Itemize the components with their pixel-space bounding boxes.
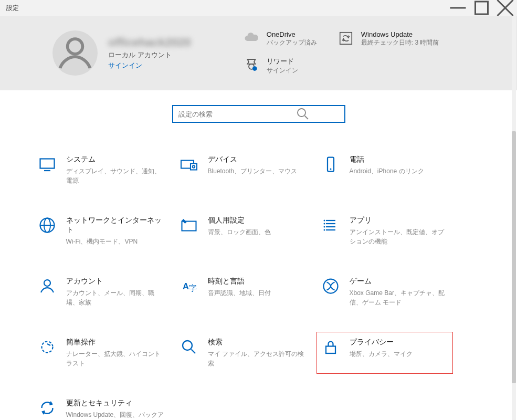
svg-point-8 — [298, 109, 305, 117]
svg-rect-20 — [182, 222, 196, 231]
category-system[interactable]: システム ディスプレイ、サウンド、通知、電源 — [33, 149, 170, 191]
search-input[interactable] — [178, 110, 267, 118]
minimize-icon — [446, 0, 470, 16]
category-time-language[interactable]: A字 時刻と言語 音声認識、地域、日付 — [175, 271, 311, 313]
refresh-icon — [38, 398, 57, 417]
xbox-icon — [321, 277, 340, 296]
apps-icon — [321, 216, 340, 235]
phone-icon — [321, 155, 340, 174]
rewards-title: リワード — [267, 57, 298, 66]
category-ease-of-access[interactable]: 簡単操作 ナレーター、拡大鏡、ハイコントラスト — [33, 332, 170, 374]
update-sec-sub: Windows Update、回復、バックアップ — [66, 410, 165, 420]
apps-title: アプリ — [350, 216, 448, 225]
maximize-button[interactable] — [470, 0, 493, 16]
accounts-sub: アカウント、メール、同期、職場、家族 — [66, 288, 165, 307]
ease-sub: ナレーター、拡大鏡、ハイコントラスト — [66, 349, 165, 368]
search-cat-title: 検索 — [208, 338, 307, 347]
monitor-icon — [38, 155, 57, 174]
update-title: Windows Update — [361, 30, 439, 38]
maximize-icon — [470, 0, 493, 16]
svg-rect-1 — [476, 2, 488, 14]
avatar — [52, 30, 98, 76]
sync-icon — [338, 30, 354, 46]
user-block[interactable]: officehack2020 ローカル アカウント サインイン — [52, 30, 191, 76]
category-privacy[interactable]: プライバシー 場所、カメラ、マイク — [316, 332, 453, 374]
search-cat-sub: マイ ファイル、アクセス許可の検索 — [208, 349, 307, 368]
svg-text:字: 字 — [189, 284, 197, 292]
search-icon — [267, 106, 339, 122]
svg-point-4 — [68, 39, 83, 54]
title-bar: 設定 — [0, 0, 517, 16]
phone-sub: Android、iPhone のリンク — [350, 166, 424, 176]
account-header: officehack2020 ローカル アカウント サインイン OneDrive… — [0, 16, 517, 90]
privacy-sub: 場所、カメラ、マイク — [350, 349, 413, 359]
phone-title: 電話 — [350, 155, 424, 164]
rewards-sub: サインイン — [267, 66, 298, 75]
lock-icon — [321, 338, 340, 356]
svg-line-9 — [304, 116, 308, 119]
system-sub: ディスプレイ、サウンド、通知、電源 — [66, 166, 165, 185]
update-sec-title: 更新とセキュリティ — [66, 398, 165, 408]
window-controls — [446, 0, 517, 16]
main-content: システム ディスプレイ、サウンド、通知、電源 デバイス Bluetooth、プリ… — [0, 90, 517, 420]
category-apps[interactable]: アプリ アンインストール、既定値、オプションの機能 — [316, 210, 453, 252]
network-title: ネットワークとインターネット — [66, 216, 165, 235]
network-sub: Wi-Fi、機内モード、VPN — [66, 237, 165, 246]
person-icon — [38, 277, 57, 296]
close-button[interactable] — [493, 0, 517, 16]
time-sub: 音声認識、地域、日付 — [208, 288, 271, 298]
update-sub: 最終チェック日時: 3 時間前 — [361, 38, 439, 47]
magnifier-icon — [180, 338, 198, 356]
scrollbar-thumb[interactable] — [512, 131, 516, 383]
search-box[interactable] — [172, 105, 345, 123]
gaming-title: ゲーム — [350, 277, 448, 286]
personalization-title: 個人用設定 — [208, 216, 271, 225]
minimize-button[interactable] — [446, 0, 470, 16]
category-personalization[interactable]: 個人用設定 背景、ロック画面、色 — [175, 210, 311, 252]
svg-line-35 — [191, 350, 195, 354]
gaming-sub: Xbox Game Bar、キャプチャ、配信、ゲーム モード — [350, 288, 448, 307]
time-title: 時刻と言語 — [208, 277, 271, 286]
onedrive-tile[interactable]: OneDrive バックアップ済み — [244, 30, 317, 47]
account-type: ローカル アカウント — [108, 50, 191, 60]
rewards-icon — [244, 57, 259, 72]
svg-point-34 — [183, 341, 192, 350]
category-accounts[interactable]: アカウント アカウント、メール、同期、職場、家族 — [33, 271, 170, 313]
accounts-title: アカウント — [66, 277, 165, 286]
svg-point-26 — [323, 223, 325, 225]
onedrive-title: OneDrive — [267, 30, 317, 38]
user-icon — [52, 30, 98, 76]
apps-sub: アンインストール、既定値、オプションの機能 — [350, 227, 448, 246]
globe-icon — [38, 216, 57, 235]
svg-point-33 — [41, 342, 52, 353]
svg-point-6 — [252, 66, 257, 71]
scrollbar[interactable] — [512, 16, 516, 420]
onedrive-sub: バックアップ済み — [267, 38, 317, 47]
category-search[interactable]: 検索 マイ ファイル、アクセス許可の検索 — [175, 332, 311, 374]
svg-text:A: A — [183, 281, 189, 291]
category-devices[interactable]: デバイス Bluetooth、プリンター、マウス — [175, 149, 311, 191]
devices-sub: Bluetooth、プリンター、マウス — [208, 166, 298, 176]
svg-point-28 — [323, 229, 325, 231]
user-name: officehack2020 — [108, 36, 191, 49]
personalization-sub: 背景、ロック画面、色 — [208, 227, 271, 237]
paint-icon — [180, 216, 198, 235]
svg-point-16 — [330, 169, 331, 170]
accessibility-icon — [38, 338, 57, 356]
ease-title: 簡単操作 — [66, 338, 165, 347]
close-icon — [493, 0, 517, 16]
language-icon: A字 — [180, 277, 198, 296]
signin-link[interactable]: サインイン — [108, 61, 191, 70]
category-network[interactable]: ネットワークとインターネット Wi-Fi、機内モード、VPN — [33, 210, 170, 252]
category-phone[interactable]: 電話 Android、iPhone のリンク — [316, 149, 453, 191]
svg-rect-36 — [326, 346, 335, 354]
privacy-title: プライバシー — [350, 338, 413, 347]
svg-point-25 — [323, 220, 325, 222]
svg-rect-13 — [191, 164, 197, 170]
rewards-tile[interactable]: リワード サインイン — [244, 57, 317, 75]
svg-point-27 — [323, 226, 325, 228]
windows-update-tile[interactable]: Windows Update 最終チェック日時: 3 時間前 — [338, 30, 439, 47]
category-gaming[interactable]: ゲーム Xbox Game Bar、キャプチャ、配信、ゲーム モード — [316, 271, 453, 313]
system-title: システム — [66, 155, 165, 164]
category-update-security[interactable]: 更新とセキュリティ Windows Update、回復、バックアップ — [33, 393, 170, 420]
